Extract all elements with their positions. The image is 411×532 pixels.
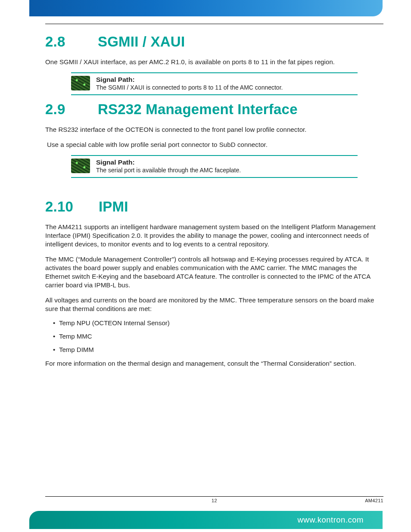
content-area: 2.8 SGMII / XAUI One SGMII / XAUI interf… <box>45 24 383 374</box>
top-rule <box>45 24 383 24</box>
rs232-para1: The RS232 interface of the OCTEON is con… <box>45 125 383 134</box>
ipmi-para1: The AM4211 supports an intelligent hardw… <box>45 223 383 249</box>
ipmi-para4: For more information on the thermal desi… <box>45 359 383 368</box>
section-heading-rs232: 2.9 RS232 Management Interface <box>45 101 383 118</box>
note-body: The SGMII / XAUI is connected to ports 8… <box>96 84 283 91</box>
ipmi-para3: All voltages and currents on the board a… <box>45 296 383 314</box>
section-number: 2.9 <box>45 101 81 118</box>
footer-url: www.kontron.com <box>298 515 364 525</box>
note-text-block: Signal Path: The serial port is availabl… <box>96 159 241 174</box>
bottom-banner: www.kontron.com <box>29 511 383 529</box>
note-body: The serial port is available through the… <box>96 167 241 174</box>
signal-path-note-sgmii: Signal Path: The SGMII / XAUI is connect… <box>71 72 358 95</box>
temp-sensor-list: Temp NPU (OCTEON Internal Sensor) Temp M… <box>45 319 383 353</box>
section-title: IPMI <box>99 199 128 215</box>
note-label: Signal Path: <box>96 159 241 166</box>
list-item: Temp MMC <box>53 333 383 340</box>
ipmi-para2: The MMC (“Module Management Controller”)… <box>45 255 383 290</box>
model-label: AM4211 <box>365 498 383 503</box>
section-number: 2.8 <box>45 34 81 50</box>
section-heading-sgmii: 2.8 SGMII / XAUI <box>45 34 383 50</box>
section-title: SGMII / XAUI <box>98 34 185 50</box>
note-label: Signal Path: <box>96 76 283 84</box>
page: 2.8 SGMII / XAUI One SGMII / XAUI interf… <box>0 0 411 532</box>
note-text-block: Signal Path: The SGMII / XAUI is connect… <box>96 76 283 91</box>
section-title: RS232 Management Interface <box>98 101 298 118</box>
list-item: Temp DIMM <box>53 346 383 353</box>
list-item: Temp NPU (OCTEON Internal Sensor) <box>53 319 383 327</box>
sgmii-intro: One SGMII / XAUI interface, as per AMC.2… <box>45 58 383 66</box>
circuit-icon <box>71 159 90 173</box>
rs232-para2: Use a special cable with low profile ser… <box>47 140 383 149</box>
signal-path-note-rs232: Signal Path: The serial port is availabl… <box>71 155 358 178</box>
footer-rule <box>45 496 383 497</box>
top-banner <box>29 0 383 16</box>
section-heading-ipmi: 2.10 IPMI <box>45 199 383 215</box>
circuit-icon <box>71 76 90 90</box>
section-number: 2.10 <box>45 199 81 215</box>
page-number: 12 <box>212 498 217 503</box>
